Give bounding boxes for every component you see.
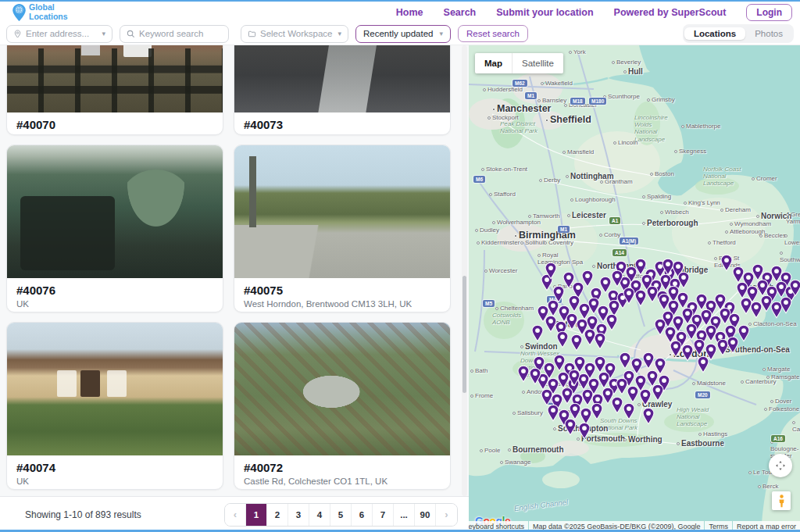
map-pin[interactable] (727, 337, 738, 353)
pagination-page-2[interactable]: 2 (267, 504, 288, 526)
map-pin[interactable] (771, 302, 782, 318)
sort-select[interactable]: Recently updated ▾ (355, 25, 451, 43)
map-pin[interactable] (757, 280, 768, 296)
map-pin[interactable] (771, 266, 782, 282)
map-pin[interactable] (647, 370, 658, 387)
map-pin[interactable] (620, 352, 630, 369)
map-type-satellite[interactable]: Satellite (512, 53, 563, 73)
map-pin[interactable] (682, 345, 693, 361)
map-pin[interactable] (670, 341, 681, 357)
map-pin[interactable] (780, 297, 791, 313)
map-pin[interactable] (548, 405, 559, 421)
map-pin[interactable] (554, 355, 565, 371)
pagination-page-6[interactable]: 6 (352, 504, 373, 526)
map-pin[interactable] (600, 277, 611, 293)
map-pin[interactable] (659, 294, 670, 310)
map-pin[interactable] (751, 302, 762, 318)
map-pin[interactable] (563, 272, 574, 288)
map-pin[interactable] (571, 334, 582, 351)
map-pin[interactable] (580, 408, 591, 424)
map-pin[interactable] (582, 270, 593, 287)
location-card-40073[interactable]: #40073 (234, 45, 451, 135)
location-card-40075[interactable]: #40075 West Horndon, Brentwood CM13 3LH,… (234, 145, 451, 312)
list-scrollbar[interactable] (462, 45, 467, 496)
nav-home[interactable]: Home (396, 7, 423, 18)
login-button[interactable]: Login (746, 4, 792, 21)
location-card-40070[interactable]: #40070 (6, 45, 223, 135)
map-pin[interactable] (569, 295, 580, 312)
map-pin[interactable] (595, 333, 605, 349)
reset-search-button[interactable]: Reset search (458, 25, 528, 42)
map-pin[interactable] (558, 372, 569, 388)
map-pin[interactable] (591, 403, 602, 420)
map-pin[interactable] (541, 389, 552, 405)
map-pin[interactable] (598, 372, 609, 388)
map-pin[interactable] (776, 281, 787, 298)
map-pin[interactable] (686, 323, 697, 340)
pagination-page-5[interactable]: 5 (330, 504, 352, 526)
pan-control-button[interactable] (769, 454, 792, 477)
location-card-40074[interactable]: #40074 UK (6, 322, 223, 490)
map-pin[interactable] (721, 255, 732, 271)
map-pin[interactable] (761, 295, 772, 312)
map-pin[interactable] (733, 266, 744, 283)
map-pin[interactable] (655, 358, 666, 374)
map-pin[interactable] (652, 384, 663, 401)
map-pin[interactable] (609, 300, 620, 316)
pagination-page-3[interactable]: 3 (288, 504, 309, 526)
map-pin[interactable] (518, 366, 529, 382)
map-pin[interactable] (635, 290, 646, 306)
map-pin[interactable] (643, 408, 654, 424)
map-pin[interactable] (738, 325, 749, 341)
keyword-search-input[interactable]: Keyword search (120, 25, 229, 43)
map-pin[interactable] (623, 403, 634, 420)
map-pin[interactable] (579, 423, 590, 439)
toggle-photos[interactable]: Photos (745, 27, 792, 40)
map-pin[interactable] (566, 313, 577, 330)
map-pin[interactable] (741, 298, 752, 314)
map-pin[interactable] (737, 282, 748, 298)
pegman-button[interactable] (772, 491, 791, 510)
location-card-40072[interactable]: #40072 Castle Rd, Colchester CO1 1TL, UK (234, 322, 451, 490)
map-pin[interactable] (570, 403, 580, 420)
scrollbar-thumb[interactable] (462, 276, 466, 393)
map-pin[interactable] (582, 389, 593, 405)
map-pin[interactable] (643, 352, 654, 369)
map-pin[interactable] (665, 327, 676, 343)
nav-powered-by[interactable]: Powered by SuperScout (614, 7, 727, 18)
map-pin[interactable] (565, 419, 576, 435)
map-pin[interactable] (701, 309, 712, 326)
map-pin[interactable] (545, 316, 556, 332)
pagination-page-7[interactable]: 7 (373, 504, 394, 526)
map-pin[interactable] (705, 344, 716, 360)
map-pin[interactable] (595, 356, 605, 373)
map-type-map[interactable]: Map (475, 53, 512, 73)
map-pin[interactable] (584, 329, 595, 345)
map-pin[interactable] (627, 386, 638, 402)
map-pin[interactable] (631, 358, 642, 374)
map-panel[interactable]: YorkLeedsBradfordBeverleyHullWakefieldHu… (469, 45, 800, 532)
pagination-page-...[interactable]: ... (394, 504, 415, 526)
map-pin[interactable] (557, 331, 568, 348)
map-pin[interactable] (553, 286, 564, 302)
location-card-40076[interactable]: #40076 UK (6, 145, 223, 312)
pagination-prev[interactable]: ‹ (225, 504, 246, 526)
map-pin[interactable] (548, 300, 559, 316)
map-pin[interactable] (640, 389, 651, 405)
map-pin[interactable] (647, 286, 658, 302)
pagination-page-4[interactable]: 4 (309, 504, 330, 526)
cards-viewport[interactable]: #40070 #40073 #40076 UK #40075 West Horn… (0, 45, 469, 496)
pagination-next[interactable]: › (436, 504, 457, 526)
map-pin[interactable] (717, 339, 728, 355)
address-input[interactable]: Enter address... ▾ (6, 25, 112, 43)
app-logo[interactable]: GlobalLocations (12, 3, 68, 20)
pagination-page-90[interactable]: 90 (415, 504, 436, 526)
map-pin[interactable] (579, 303, 590, 320)
location-pins-layer[interactable] (469, 45, 800, 532)
map-pin[interactable] (612, 397, 623, 413)
map-pin[interactable] (655, 319, 666, 335)
nav-submit-location[interactable]: Submit your location (496, 7, 593, 18)
map-pin[interactable] (532, 325, 543, 341)
map-pin[interactable] (694, 339, 705, 355)
map-pin[interactable] (705, 325, 716, 341)
